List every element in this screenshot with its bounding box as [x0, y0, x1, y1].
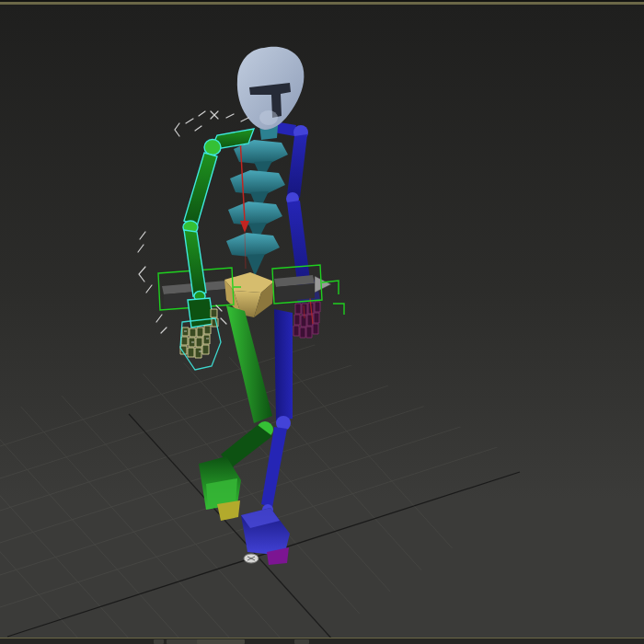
grid-minor-line — [0, 353, 589, 543]
chin-highlight — [259, 110, 278, 125]
left-upper-arm[interactable] — [184, 153, 217, 226]
spine[interactable] — [226, 140, 288, 276]
grid-minor-line — [280, 357, 535, 639]
grid-minor-line — [0, 357, 231, 639]
right-thigh[interactable] — [274, 309, 293, 421]
time-slider-handle[interactable] — [197, 639, 245, 644]
timeline-button-right[interactable] — [294, 639, 309, 644]
scene-canvas[interactable] — [0, 0, 644, 644]
spine-disc-4[interactable] — [226, 233, 280, 258]
wire-connector — [333, 304, 344, 315]
biped-character[interactable] — [138, 47, 344, 565]
spine-disc-3[interactable] — [228, 201, 282, 226]
left-palm[interactable] — [188, 298, 213, 328]
grid-minor-line — [0, 418, 589, 607]
key-bracket — [175, 123, 179, 136]
grid-minor-line — [0, 385, 589, 575]
left-shoulder-joint[interactable] — [204, 140, 221, 155]
right-upper-arm[interactable] — [287, 134, 307, 198]
gray-arrow — [315, 276, 331, 293]
grid-minor-line — [0, 357, 180, 639]
grid-minor-line — [27, 357, 282, 639]
com-marker[interactable] — [244, 554, 259, 563]
head[interactable] — [237, 47, 305, 130]
timeline-button-left[interactable] — [154, 639, 164, 644]
app-window — [0, 0, 644, 644]
grid-minor-line — [0, 321, 589, 511]
timeline-bar[interactable] — [0, 638, 644, 644]
right-hand-fingers[interactable] — [293, 302, 320, 338]
left-thigh[interactable] — [226, 305, 272, 423]
key-bracket — [139, 267, 145, 282]
spine-disc-2[interactable] — [230, 170, 285, 195]
